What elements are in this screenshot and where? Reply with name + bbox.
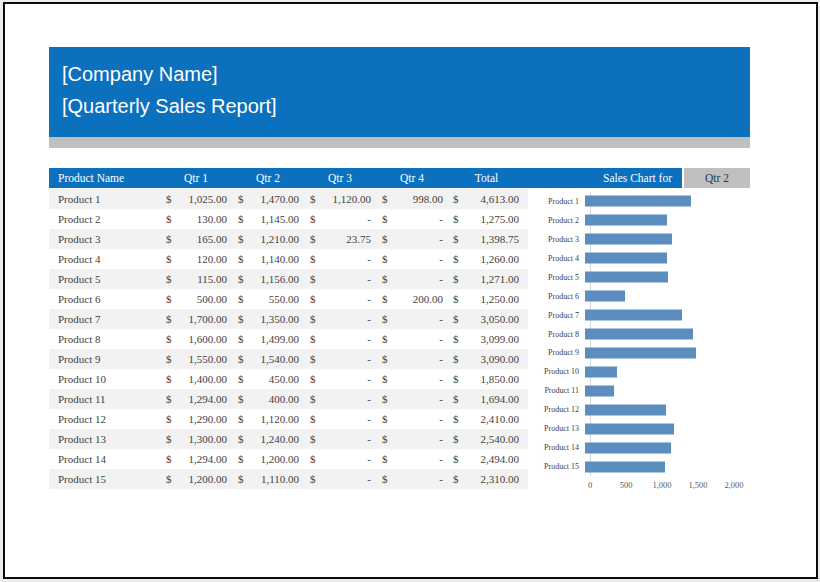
amount-value: 3,090.00 — [481, 349, 520, 369]
amount-value: 400.00 — [269, 389, 299, 409]
chart-bar-track — [585, 306, 729, 325]
amount-cell: $1,400.00 — [160, 369, 232, 389]
report-title: [Quarterly Sales Report] — [62, 90, 750, 122]
amount-value: 1,300.00 — [189, 429, 228, 449]
product-name-cell: Product 15 — [49, 469, 160, 489]
chart-bar-track — [585, 230, 729, 249]
amount-cell: $1,300.00 — [160, 429, 232, 449]
currency-symbol: $ — [382, 389, 388, 409]
amount-value: 1,120.00 — [261, 409, 300, 429]
chart-row: Product 2 — [532, 211, 751, 230]
product-name-cell: Product 14 — [49, 449, 160, 469]
amount-cell: $550.00 — [232, 289, 304, 309]
amount-cell: $- — [304, 429, 376, 449]
product-name-cell: Product 4 — [49, 249, 160, 269]
amount-value: 1,470.00 — [261, 189, 300, 209]
amount-cell: $- — [376, 309, 448, 329]
currency-symbol: $ — [238, 409, 244, 429]
amount-cell: $1,140.00 — [232, 249, 304, 269]
column-header-qtr2: Qtr 2 — [232, 168, 304, 188]
currency-symbol: $ — [310, 349, 316, 369]
amount-cell: $120.00 — [160, 249, 232, 269]
chart-category-label: Product 5 — [532, 273, 585, 282]
currency-symbol: $ — [382, 269, 388, 289]
table-row: Product 2$130.00$1,145.00$-$-$1,275.00 — [49, 209, 528, 229]
currency-symbol: $ — [453, 229, 459, 249]
amount-value: - — [439, 209, 443, 229]
chart-bar-track — [585, 419, 729, 438]
total-cell: $2,410.00 — [448, 409, 525, 429]
amount-cell: $1,110.00 — [232, 469, 304, 489]
amount-cell: $- — [304, 269, 376, 289]
total-cell: $2,310.00 — [448, 469, 525, 489]
amount-cell: $998.00 — [376, 189, 448, 209]
amount-value: 1,110.00 — [261, 469, 299, 489]
currency-symbol: $ — [166, 189, 172, 209]
chart-bar — [585, 215, 667, 226]
amount-cell: $1,120.00 — [232, 409, 304, 429]
amount-value: - — [439, 349, 443, 369]
amount-value: 998.00 — [413, 189, 443, 209]
amount-cell: $400.00 — [232, 389, 304, 409]
currency-symbol: $ — [310, 429, 316, 449]
total-cell: $1,275.00 — [448, 209, 525, 229]
currency-symbol: $ — [310, 329, 316, 349]
product-name-cell: Product 13 — [49, 429, 160, 449]
chart-category-label: Product 13 — [532, 424, 585, 433]
amount-value: - — [439, 389, 443, 409]
table-row: Product 9$1,550.00$1,540.00$-$-$3,090.00 — [49, 349, 528, 369]
currency-symbol: $ — [166, 429, 172, 449]
currency-symbol: $ — [382, 449, 388, 469]
chart-category-label: Product 8 — [532, 330, 585, 339]
currency-symbol: $ — [238, 209, 244, 229]
column-header-qtr1: Qtr 1 — [160, 168, 232, 188]
currency-symbol: $ — [238, 309, 244, 329]
currency-symbol: $ — [382, 309, 388, 329]
amount-cell: $1,200.00 — [160, 469, 232, 489]
amount-value: 3,050.00 — [481, 309, 520, 329]
product-name-cell: Product 10 — [49, 369, 160, 389]
chart-title: Sales Chart for — [525, 168, 682, 188]
amount-cell: $1,025.00 — [160, 189, 232, 209]
amount-cell: $1,540.00 — [232, 349, 304, 369]
amount-value: 1,250.00 — [481, 289, 520, 309]
amount-value: 1,499.00 — [261, 329, 300, 349]
chart-x-tick-label: 500 — [620, 480, 633, 490]
chart-row: Product 6 — [532, 287, 751, 306]
total-cell: $1,850.00 — [448, 369, 525, 389]
amount-value: 130.00 — [197, 209, 227, 229]
currency-symbol: $ — [453, 189, 459, 209]
chart-row: Product 10 — [532, 362, 751, 381]
amount-cell: $- — [376, 429, 448, 449]
chart-x-tick-label: 0 — [588, 480, 592, 490]
table-row: Product 5$115.00$1,156.00$-$-$1,271.00 — [49, 269, 528, 289]
amount-value: - — [367, 269, 371, 289]
amount-value: 23.75 — [346, 229, 371, 249]
chart-bar — [585, 404, 666, 415]
chart-bar — [585, 253, 667, 264]
chart-category-label: Product 7 — [532, 311, 585, 320]
chart-category-label: Product 14 — [532, 443, 585, 452]
chart-bar-track — [585, 268, 729, 287]
currency-symbol: $ — [453, 429, 459, 449]
amount-cell: $1,350.00 — [232, 309, 304, 329]
amount-value: 2,540.00 — [481, 429, 520, 449]
currency-symbol: $ — [453, 249, 459, 269]
currency-symbol: $ — [238, 369, 244, 389]
currency-symbol: $ — [453, 269, 459, 289]
quarter-selector[interactable]: Qtr 2 — [682, 168, 750, 188]
chart-category-label: Product 4 — [532, 254, 585, 263]
currency-symbol: $ — [238, 349, 244, 369]
total-cell: $2,494.00 — [448, 449, 525, 469]
amount-value: - — [439, 249, 443, 269]
currency-symbol: $ — [382, 229, 388, 249]
amount-value: 1,694.00 — [481, 389, 520, 409]
currency-symbol: $ — [382, 349, 388, 369]
amount-cell: $1,156.00 — [232, 269, 304, 289]
chart-row: Product 15 — [532, 457, 751, 476]
chart-category-label: Product 2 — [532, 216, 585, 225]
chart-row: Product 11 — [532, 381, 751, 400]
chart-bar-track — [585, 381, 729, 400]
chart-bar-track — [585, 287, 729, 306]
currency-symbol: $ — [453, 469, 459, 489]
